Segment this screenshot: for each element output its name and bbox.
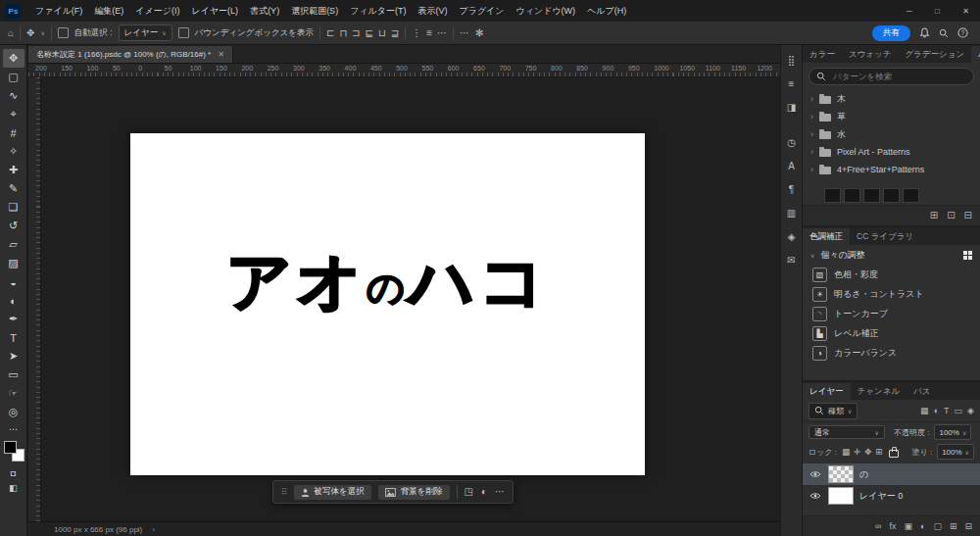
edit-toolbar-icon[interactable]: ⋯ <box>3 421 24 436</box>
notifications-bell-icon[interactable] <box>919 27 930 38</box>
pattern-thumbnail[interactable] <box>844 188 860 203</box>
align-bottom-icon[interactable]: ⊒ <box>391 28 399 38</box>
adjustment-curves[interactable]: ◝トーンカーブ <box>803 304 980 323</box>
filter-kind-dropdown[interactable]: 種類 ∨ <box>808 403 858 419</box>
pattern-thumbnail[interactable] <box>824 188 841 203</box>
new-layer-icon[interactable]: ⊞ <box>950 522 957 531</box>
menu-plugins[interactable]: プラグイン <box>453 0 510 22</box>
foreground-color-swatch[interactable] <box>4 441 17 454</box>
opacity-dropdown[interactable]: 100% ∨ <box>934 424 971 440</box>
tab-swatches[interactable]: スウォッチ <box>842 46 899 63</box>
adjustment-brightness-contrast[interactable]: ☀明るさ・コントラスト <box>803 284 980 304</box>
path-selection-tool[interactable]: ➤ <box>3 347 24 365</box>
tab-gradients[interactable]: グラデーション <box>898 46 971 63</box>
gradient-tool[interactable]: ▨ <box>3 254 24 272</box>
pattern-folder-water[interactable]: ›水 <box>803 125 980 143</box>
lock-icon[interactable] <box>889 450 899 458</box>
zoom-tool[interactable]: ◎ <box>3 403 24 421</box>
status-chevron-icon[interactable]: › <box>152 525 155 534</box>
bounding-box-checkbox[interactable] <box>178 27 189 38</box>
blur-tool[interactable]: ◒ <box>3 272 24 291</box>
new-pattern-icon[interactable]: ⊡ <box>947 211 955 220</box>
grid-view-icon[interactable] <box>963 251 972 260</box>
vertical-ruler[interactable] <box>28 77 41 521</box>
layer-0[interactable]: レイヤー 0 <box>803 485 980 507</box>
close-tab-icon[interactable]: ✕ <box>218 50 224 59</box>
tab-channels[interactable]: チャンネル <box>851 383 907 400</box>
marquee-tool[interactable]: ▢ <box>3 68 24 86</box>
home-icon[interactable]: ⌂ <box>8 28 14 38</box>
adjustment-levels[interactable]: ▙レベル補正 <box>803 323 980 343</box>
move-tool[interactable]: ✥ <box>3 49 24 68</box>
new-group-icon[interactable]: ▢ <box>933 522 942 531</box>
type-tool[interactable]: T <box>3 328 24 347</box>
pattern-folder-pixel-art[interactable]: ›Pixel Art - Patterns <box>803 143 980 161</box>
align-right-icon[interactable]: ⊐ <box>352 28 360 38</box>
align-top-icon[interactable]: ⊑ <box>366 28 373 38</box>
tab-cc-libraries[interactable]: CC ライブラリ <box>850 228 920 245</box>
menu-view[interactable]: 表示(V) <box>412 0 453 22</box>
pixel-filter-icon[interactable]: ▦ <box>920 407 929 415</box>
photoshop-logo[interactable]: Ps <box>6 4 21 19</box>
lock-artboard-icon[interactable]: ⊞ <box>875 448 882 457</box>
align-center-vertical-icon[interactable]: ⊔ <box>378 28 386 38</box>
auto-select-checkbox[interactable] <box>58 27 69 38</box>
history-panel-icon[interactable]: ◷ <box>783 133 801 151</box>
tool-preset-chevron-icon[interactable]: ∨ <box>40 29 44 36</box>
align-center-horizontal-icon[interactable]: ⊓ <box>339 28 347 38</box>
minimize-button[interactable]: ─ <box>895 0 923 22</box>
new-group-icon[interactable]: ⊞ <box>930 211 938 220</box>
tab-paths[interactable]: パス <box>906 383 937 400</box>
lock-pixels-icon[interactable]: ✛ <box>854 448 860 457</box>
paragraph-panel-icon[interactable]: ¶ <box>783 180 801 198</box>
menu-filter[interactable]: フィルター(T) <box>344 0 412 22</box>
delete-layer-icon[interactable]: ⊟ <box>964 522 972 531</box>
pattern-thumbnail[interactable] <box>883 188 900 203</box>
adjustment-filter-icon[interactable]: ◐ <box>934 407 939 415</box>
history-brush-tool[interactable]: ↺ <box>3 217 24 235</box>
color-swatches[interactable] <box>3 441 24 463</box>
menu-window[interactable]: ウィンドウ(W) <box>511 0 582 22</box>
character-panel-icon[interactable]: A <box>783 157 801 174</box>
adjustments-panel-icon[interactable]: ◨ <box>783 98 801 116</box>
comments-panel-icon[interactable]: ✉ <box>783 251 801 268</box>
blend-mode-dropdown[interactable]: 通常 ∨ <box>808 425 885 439</box>
info-panel-icon[interactable]: ⣿ <box>783 51 801 69</box>
eyedropper-tool[interactable]: ✧ <box>3 142 24 161</box>
distribute-vertical-icon[interactable]: ≡ <box>426 28 432 38</box>
link-layers-icon[interactable]: ∞ <box>875 522 881 531</box>
smart-object-filter-icon[interactable]: ◈ <box>967 407 974 415</box>
menu-layer[interactable]: レイヤー(L) <box>185 0 244 22</box>
type-filter-icon[interactable]: T <box>944 407 950 415</box>
healing-brush-tool[interactable]: ✚ <box>3 161 24 179</box>
menu-select[interactable]: 選択範囲(S) <box>285 0 344 22</box>
pattern-folder-grass[interactable]: ›草 <box>803 108 980 125</box>
tab-layers[interactable]: レイヤー <box>803 383 851 400</box>
menu-file[interactable]: ファイル(F) <box>29 0 88 22</box>
canvas[interactable]: アオのハコ <box>130 133 645 475</box>
shape-filter-icon[interactable]: ▭ <box>955 407 963 415</box>
select-subject-button[interactable]: 被写体を選択 <box>294 485 371 500</box>
adjustment-color-balance[interactable]: ◑カラーバランス <box>803 343 980 363</box>
distribute-horizontal-icon[interactable]: ⋮ <box>412 28 421 38</box>
glyphs-panel-icon[interactable]: ◈ <box>783 227 801 245</box>
pattern-search-input[interactable] <box>831 71 966 82</box>
layer-effects-icon[interactable]: fx <box>889 522 896 531</box>
eraser-tool[interactable]: ▱ <box>3 235 24 254</box>
document-tab[interactable]: 名称未設定 1 (166).psdc @ 100% (の, RGB/16#) *… <box>28 46 233 63</box>
screen-mode-icon[interactable]: ◧ <box>3 480 24 495</box>
tab-color[interactable]: カラー <box>803 46 842 63</box>
remove-background-button[interactable]: 背景を削除 <box>378 485 450 500</box>
pen-tool[interactable]: ✒ <box>3 310 24 328</box>
maximize-button[interactable]: □ <box>923 0 952 22</box>
layer-thumbnail[interactable] <box>828 487 854 505</box>
lasso-tool[interactable]: ∿ <box>3 86 24 105</box>
close-button[interactable]: ✕ <box>952 0 980 22</box>
current-tool-icon[interactable]: ✥ <box>26 28 34 38</box>
menu-type[interactable]: 書式(Y) <box>244 0 285 22</box>
gear-icon[interactable]: ✻ <box>475 28 483 38</box>
tab-patterns[interactable]: パターン <box>971 46 980 63</box>
dodge-tool[interactable]: ◐ <box>3 291 24 310</box>
more-options-icon[interactable]: ⋯ <box>495 487 505 497</box>
drag-handle-icon[interactable]: ⠿ <box>281 487 287 497</box>
